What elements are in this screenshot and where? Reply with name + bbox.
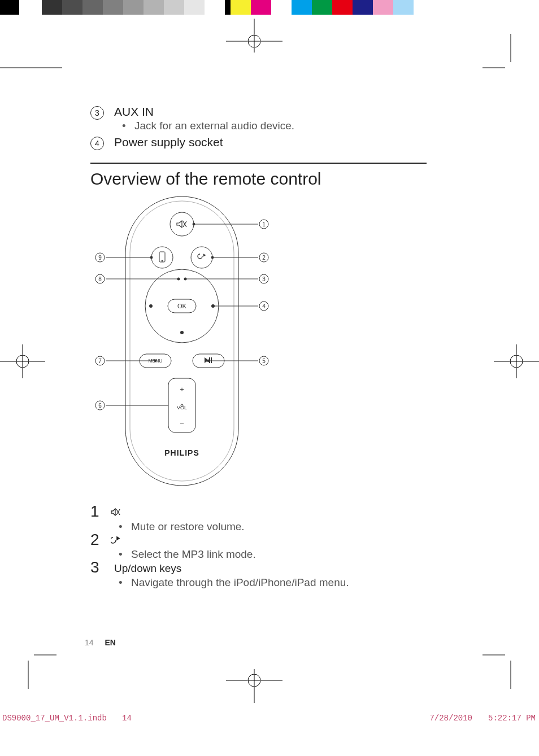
svg-text:1: 1 [262,221,266,228]
bullet-text: Select the MP3 link mode. [131,548,256,561]
mp3link-icon [111,535,121,548]
bullet-text: Jack for an external audio device. [134,120,294,132]
svg-text:9: 9 [98,255,102,261]
svg-point-46 [149,304,153,308]
registration-mark-bottom [226,669,282,703]
section-heading: Overview of the remote control [90,169,452,189]
list-number: 1 [90,504,111,519]
remote-diagram: OK MENU + VOL − PHILIPS 1 2 [63,193,452,495]
printer-color-bar [0,0,539,15]
page-content: 3 AUX IN • Jack for an external audio de… [90,105,452,589]
registration-mark-left [0,344,45,378]
svg-text:2: 2 [262,255,266,261]
list-label: Up/down keys [114,561,452,576]
registration-mark-top [226,19,282,53]
circled-number: 3 [90,106,104,120]
list-label [111,505,452,521]
list-item-2: 2 • Select the MP3 link mode. [90,533,452,561]
svg-text:8: 8 [98,276,102,282]
svg-point-76 [150,256,153,259]
svg-text:4: 4 [262,303,266,309]
entry-title: AUX IN [114,105,452,119]
slug-date: 7/28/2010 [429,714,472,723]
page-number: 14 [85,638,94,647]
crop-mark-bottom-right [483,649,522,689]
bullet-item: • Jack for an external audio device. [122,120,452,132]
plus-label: + [180,385,184,394]
slug-filename: DS9000_17_UM_V1.1.indb [2,714,107,723]
svg-text:3: 3 [262,276,266,282]
bullet-item: • Mute or restore volume. [119,521,452,533]
crop-mark-bottom-left [17,649,56,689]
crop-mark-top-left-line [0,67,62,69]
svg-point-61 [211,256,214,259]
list-label [111,533,452,549]
section-rule [90,163,427,164]
page-lang: EN [105,638,115,647]
svg-rect-36 [130,201,234,481]
svg-point-40 [151,247,173,268]
slug-page: 14 [122,714,132,723]
list-number: 2 [90,532,111,548]
bullet-text: Navigate through the iPod/iPhone/iPad me… [131,576,349,589]
circled-number: 4 [90,137,104,150]
svg-point-42 [162,260,163,261]
bullet-item: • Navigate through the iPod/iPhone/iPad … [119,576,452,589]
ok-label: OK [177,303,187,309]
svg-point-57 [193,223,195,225]
list-item-1: 1 • Mute or restore volume. [90,505,452,533]
entry-title: Power supply socket [114,136,452,149]
list-item-3: 3 Up/down keys • Navigate through the iP… [90,561,452,589]
svg-text:6: 6 [98,403,102,409]
svg-text:5: 5 [262,358,266,364]
registration-mark-right [494,344,539,378]
bullet-item: • Select the MP3 link mode. [119,548,452,561]
vol-label: VOL [177,405,187,410]
desc-item-3: 3 AUX IN • Jack for an external audio de… [90,105,452,132]
minus-label: − [180,419,184,427]
list-number: 3 [90,560,111,575]
desc-item-4: 4 Power supply socket [90,136,452,150]
svg-rect-35 [125,196,238,486]
page-footer: 14 EN [85,638,116,647]
bullet-text: Mute or restore volume. [131,521,245,533]
crop-mark-top-right [483,34,522,73]
svg-point-50 [180,331,184,334]
svg-rect-54 [211,357,212,363]
brand-label: PHILIPS [164,448,199,457]
slug-time: 5:22:17 PM [488,714,536,723]
mute-icon [111,506,121,519]
svg-text:7: 7 [98,358,102,364]
